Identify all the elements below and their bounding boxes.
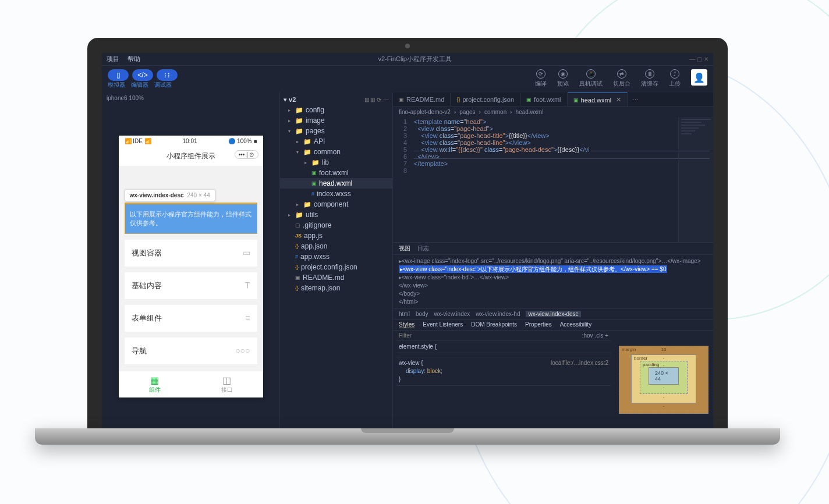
style-tab[interactable]: Properties xyxy=(525,321,552,328)
toolbar-action[interactable]: 📱真机调试 xyxy=(579,69,603,88)
device-name[interactable]: iphone6 xyxy=(107,95,127,101)
component-list-item[interactable]: 导航○○○ xyxy=(125,338,257,364)
simulator-icon[interactable]: ▯ xyxy=(108,69,129,81)
devtools-tab[interactable]: 日志 xyxy=(417,244,429,253)
dom-inspector[interactable]: ▸<wx-image class="index-logo" src="../re… xyxy=(393,255,713,308)
component-list-item[interactable]: 视图容器▭ xyxy=(125,240,257,267)
dom-crumb[interactable]: wx-view.index-hd xyxy=(476,311,520,317)
tree-node[interactable]: {} project.config.json xyxy=(280,262,392,272)
tree-node[interactable]: ▣ head.wxml xyxy=(280,178,392,189)
tree-node[interactable]: # index.wxss xyxy=(280,189,392,199)
breadcrumb[interactable]: fino-applet-demo-v2›pages›common›head.wx… xyxy=(393,107,713,117)
toolbar-action[interactable]: ◉预览 xyxy=(557,69,569,88)
toolbar-action[interactable]: 🗑清缓存 xyxy=(641,69,658,88)
window-title: v2-FinClip小程序开发工具 xyxy=(140,55,689,63)
phone-preview: 📶 IDE 📶 10:01 🔵 100% ■ 小程序组件展示 ••• | ⊙ w… xyxy=(119,136,263,397)
tree-node[interactable]: ▸📁 lib xyxy=(280,157,392,168)
menu-item[interactable]: 帮助 xyxy=(127,55,140,63)
tree-node[interactable]: ▸📁 API xyxy=(280,136,392,147)
toolbar-action[interactable]: ⤴上传 xyxy=(669,69,681,88)
dom-crumb[interactable]: body xyxy=(416,311,428,317)
tree-node[interactable]: JS app.js xyxy=(280,230,392,241)
devtools-panel: 视图日志 ▸<wx-image class="index-logo" src="… xyxy=(393,242,713,428)
laptop-frame: 项目帮助 v2-FinClip小程序开发工具 — ▢ ✕ ▯ </> ⫶⫶ 模拟… xyxy=(87,38,728,445)
tree-node[interactable]: ▸📁 utils xyxy=(280,210,392,220)
style-tab[interactable]: DOM Breakpoints xyxy=(471,321,517,328)
tree-node[interactable]: ▾📁 pages xyxy=(280,126,392,136)
editor-tab[interactable]: ▣ head.wxml✕ xyxy=(568,93,628,107)
user-avatar[interactable]: 👤 xyxy=(691,69,707,86)
toolbar-label[interactable]: 编辑器 xyxy=(131,81,148,89)
tree-node[interactable]: {} app.json xyxy=(280,241,392,251)
file-explorer: ▾ v2 ⊞ ⊞ ⟳ ⋯ ▸📁 config▸📁 image▾📁 pages▸📁… xyxy=(279,93,393,428)
style-tab[interactable]: Event Listeners xyxy=(423,321,463,328)
highlighted-element[interactable]: 以下用展示小程序官方组件能力，组件样式仅供参考。 xyxy=(125,203,257,234)
status-time: 10:01 xyxy=(183,138,197,144)
debugger-icon[interactable]: ⫶⫶ xyxy=(157,69,178,81)
minimap[interactable] xyxy=(678,117,713,242)
component-list-item[interactable]: 基础内容T xyxy=(125,272,257,299)
status-left: 📶 IDE 📶 xyxy=(125,138,151,144)
inspect-tooltip: wx-view.index-desc240 × 44 xyxy=(125,189,215,201)
menu-item[interactable]: 项目 xyxy=(107,55,119,63)
dom-crumb[interactable]: wx-view.index xyxy=(434,311,470,317)
editor-icon[interactable]: </> xyxy=(132,69,153,81)
window-controls[interactable]: — ▢ ✕ xyxy=(689,56,708,62)
tab-api[interactable]: ◫接口 xyxy=(191,371,263,397)
styles-filter-input[interactable] xyxy=(399,332,582,339)
devtools-tab[interactable]: 视图 xyxy=(399,244,410,253)
toolbar: ▯ </> ⫶⫶ 模拟器编辑器调试器 ⟳编译◉预览📱真机调试⇄切后台🗑清缓存⤴上… xyxy=(102,66,713,93)
status-right: 🔵 100% ■ xyxy=(228,138,257,144)
close-icon: ✕ xyxy=(616,96,621,104)
simulator-panel: iphone6 100% 📶 IDE 📶 10:01 🔵 100% ■ 小程序组… xyxy=(102,93,279,428)
dom-breadcrumb[interactable]: htmlbodywx-view.indexwx-view.index-hdwx-… xyxy=(393,308,713,320)
toolbar-action[interactable]: ⟳编译 xyxy=(535,69,547,88)
phone-tabbar: ▦组件 ◫接口 xyxy=(119,371,263,397)
editor-tab[interactable]: {} project.config.json xyxy=(451,93,520,106)
style-tab[interactable]: Accessibility xyxy=(560,321,591,328)
style-tab[interactable]: Styles xyxy=(399,321,414,328)
code-editor[interactable]: 1<template name="head">2 <view class="pa… xyxy=(393,117,713,242)
box-model: margin10 border- padding- 240 × 44 - - - xyxy=(614,331,713,428)
editor-tab[interactable]: ▣ foot.wxml xyxy=(520,93,567,106)
phone-title: 小程序组件展示 xyxy=(166,152,215,160)
filter-controls[interactable]: :hov .cls + xyxy=(582,332,608,339)
tree-node[interactable]: # app.wxss xyxy=(280,251,392,262)
dom-crumb[interactable]: wx-view.index-desc xyxy=(526,311,580,317)
zoom-level[interactable]: 100% xyxy=(129,95,144,101)
dom-crumb[interactable]: html xyxy=(399,311,410,317)
tree-node[interactable]: ▸📁 image xyxy=(280,115,392,126)
toolbar-label[interactable]: 模拟器 xyxy=(108,81,125,89)
titlebar: 项目帮助 v2-FinClip小程序开发工具 — ▢ ✕ xyxy=(102,53,713,66)
tree-node[interactable]: ▸📁 component xyxy=(280,199,392,210)
camera-dot xyxy=(405,44,410,48)
editor-panel: ▣ README.md{} project.config.json▣ foot.… xyxy=(393,93,713,428)
capsule-button[interactable]: ••• | ⊙ xyxy=(235,150,258,159)
ide-window: 项目帮助 v2-FinClip小程序开发工具 — ▢ ✕ ▯ </> ⫶⫶ 模拟… xyxy=(102,53,713,428)
tree-node[interactable]: {} sitemap.json xyxy=(280,283,392,293)
toolbar-label[interactable]: 调试器 xyxy=(154,81,172,89)
tree-node[interactable]: ▾📁 common xyxy=(280,147,392,157)
tree-node[interactable]: ▸📁 config xyxy=(280,105,392,115)
tree-node[interactable]: ▣ foot.wxml xyxy=(280,168,392,178)
editor-tab[interactable]: ▣ README.md xyxy=(393,93,451,106)
toolbar-action[interactable]: ⇄切后台 xyxy=(613,69,630,88)
tab-component[interactable]: ▦组件 xyxy=(119,371,191,397)
tree-node[interactable]: ▢ .gitignore xyxy=(280,220,392,230)
component-list-item[interactable]: 表单组件≡ xyxy=(125,305,257,332)
styles-panel[interactable]: :hov .cls + element.style {</span>.index… xyxy=(393,331,614,428)
project-root[interactable]: v2 xyxy=(289,96,296,103)
tree-node[interactable]: ▣ README.md xyxy=(280,272,392,283)
tab-overflow[interactable]: ⋯ xyxy=(628,96,643,104)
explorer-actions[interactable]: ⊞ ⊞ ⟳ ⋯ xyxy=(364,97,389,103)
